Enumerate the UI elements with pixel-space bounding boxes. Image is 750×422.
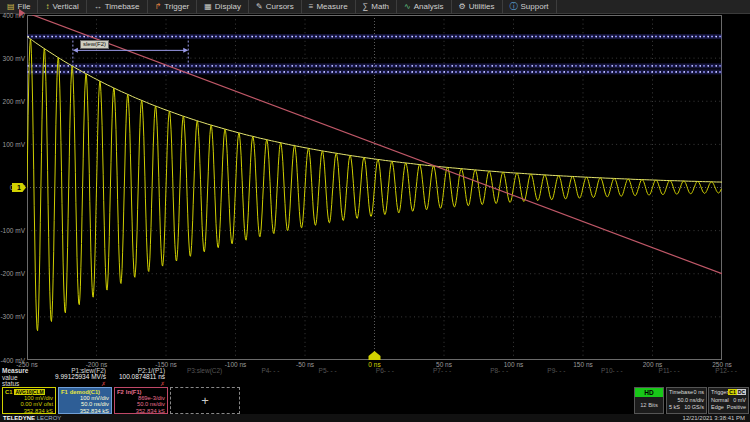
waveform-grid — [27, 15, 722, 360]
menu-item-label: Support — [521, 2, 549, 11]
param-status-icon — [350, 381, 407, 387]
menu-item-label: Display — [215, 2, 241, 11]
menu-item-vertical[interactable]: ↕Vertical — [38, 0, 86, 14]
math-f1-descriptor[interactable]: F1 demod(C1) 100 mV/div 50.0 ns/div 352.… — [58, 387, 112, 414]
measure-param-p9[interactable]: P9- - - — [521, 368, 578, 387]
math-f2-descriptor[interactable]: F2 ln(F1) 869e-3/div 50.0 ns/div 352.834… — [114, 387, 168, 414]
hd-mode-box[interactable]: HD 12 Bits — [634, 387, 664, 414]
trigger-source-badge: C1 — [728, 389, 736, 395]
menu-item-measure[interactable]: ≡Measure — [302, 0, 356, 14]
display-icon: ▦ — [204, 3, 212, 11]
measure-param-p8[interactable]: P8- - - — [464, 368, 521, 387]
param-status-icon: ✗ — [119, 381, 178, 387]
measure-param-p7[interactable]: P7- - - — [407, 368, 464, 387]
menu-item-analysis[interactable]: ∿Analysis — [397, 0, 452, 14]
trigger-descriptor[interactable]: Trigger C1DC Normal 0 mV Edge Positive — [708, 387, 749, 414]
f1-envelope-trace — [27, 37, 722, 183]
param-status-icon — [235, 381, 292, 387]
brand-lecroy: LECROY — [37, 415, 62, 421]
measure-param-p12[interactable]: P12- - - — [693, 368, 750, 387]
menu-item-label: Timebase — [105, 2, 140, 11]
trigger-level: 0 mV — [733, 397, 746, 405]
x-axis-label: -50 ns — [296, 361, 314, 368]
param-status-icon: ✗ — [55, 381, 119, 387]
menu-item-label: Trigger — [164, 2, 189, 11]
y-axis-label: 200 mV — [0, 98, 25, 105]
y-axis-label: 300 mV — [0, 55, 25, 62]
y-axis-label: -300 mV — [0, 313, 25, 320]
param-status-icon — [407, 381, 464, 387]
param-status-icon — [578, 381, 635, 387]
brand-logo: TELEDYNE LECROY — [3, 415, 61, 421]
menu-item-label: Measure — [316, 2, 347, 11]
param-status-icon — [464, 381, 521, 387]
utilities-icon: ⚙ — [459, 3, 466, 11]
menu-item-timebase[interactable]: ↔Timebase — [87, 0, 148, 14]
trigger-mode: Normal — [711, 397, 729, 405]
trigger-coupling-badge: DC — [737, 389, 746, 395]
analysis-icon: ∿ — [404, 3, 411, 11]
trigger-title: Trigger — [711, 389, 728, 397]
param-status-icon — [292, 381, 349, 387]
menu-item-support[interactable]: ⓘSupport — [503, 0, 557, 14]
measure-columns: P1:slew(F2)9.99125934 MV/s✗P2:1/(P1)100.… — [55, 368, 750, 387]
measure-param-p6[interactable]: P6- - - — [350, 368, 407, 387]
slew-annotation-label: slew(F2) — [80, 40, 109, 49]
datetime-display: 12/21/2021 3:38:41 PM — [683, 415, 745, 421]
f2-level-marker[interactable] — [19, 9, 25, 17]
timebase-scale: 50.0 ns/div — [677, 397, 704, 405]
measure-param-p5[interactable]: P5- - - — [292, 368, 349, 387]
channel-c1-descriptor[interactable]: C1 AVG10|CLM 100 mV/div 0.00 mV ofst 352… — [2, 387, 56, 414]
cursors-icon: ✎ — [256, 3, 263, 11]
annotation-arrowhead-right — [183, 48, 188, 53]
menu-item-trigger[interactable]: ↱Trigger — [148, 0, 198, 14]
timebase-descriptor[interactable]: Timebase 0 ns 50.0 ns/div 5 kS 10 GS/s — [666, 387, 707, 414]
file-icon: ▤ — [7, 3, 15, 11]
param-status-icon — [636, 381, 693, 387]
menu-item-utilities[interactable]: ⚙Utilities — [452, 0, 503, 14]
c1-samples: 352.834 kS — [5, 408, 53, 414]
measure-param-p4[interactable]: P4- - - — [235, 368, 292, 387]
measure-param-p1[interactable]: P1:slew(F2)9.99125934 MV/s✗ — [55, 368, 119, 387]
trigger-slope: Positive — [727, 404, 746, 412]
measure-param-p11[interactable]: P11- - - — [636, 368, 693, 387]
trigger-position-marker[interactable] — [369, 351, 381, 360]
oscilloscope-screen: ▤File↕Vertical↔Timebase↱Trigger▦Display✎… — [0, 0, 750, 422]
menu-item-label: Utilities — [469, 2, 495, 11]
y-axis-label: -100 mV — [0, 227, 25, 234]
param-status-icon — [178, 381, 235, 387]
math-icon: ∑ — [363, 3, 369, 11]
hd-bits: 12 Bits — [635, 397, 663, 413]
f1-samples: 352.834 kS — [61, 408, 109, 414]
timebase-offset: 0 ns — [694, 389, 704, 397]
f2-samples: 352.834 kS — [117, 408, 165, 414]
add-trace-button[interactable]: + — [170, 387, 240, 414]
x-axis-label: 150 ns — [573, 361, 593, 368]
footer-bar: TELEDYNE LECROY 12/21/2021 3:38:41 PM — [0, 414, 750, 422]
support-icon: ⓘ — [510, 3, 518, 11]
menu-item-cursors[interactable]: ✎Cursors — [249, 0, 302, 14]
timebase-title: Timebase — [669, 389, 693, 397]
menu-item-display[interactable]: ▦Display — [197, 0, 249, 14]
annotation-arrowhead-left — [73, 48, 78, 53]
timebase-rate: 10 GS/s — [684, 404, 704, 412]
y-axis-label: 100 mV — [0, 141, 25, 148]
measure-param-p2[interactable]: P2:1/(P1)100.0874811 ns✗ — [119, 368, 178, 387]
measure-param-p10[interactable]: P10- - - — [578, 368, 635, 387]
menu-item-label: Math — [371, 2, 389, 11]
menu-item-label: Cursors — [266, 2, 294, 11]
x-axis-label: -100 ns — [225, 361, 247, 368]
menu-item-math[interactable]: ∑Math — [356, 0, 398, 14]
measure-icon: ≡ — [309, 3, 314, 11]
hd-badge: HD — [635, 388, 663, 397]
measure-param-p3[interactable]: P3:slew(C2) — [178, 368, 235, 387]
waveform-plot — [27, 15, 722, 360]
f1-label: F1 — [61, 389, 68, 395]
measure-status-row-label: status — [2, 381, 19, 387]
f2-label: F2 — [117, 389, 124, 395]
menu-item-label: Vertical — [52, 2, 78, 11]
c1-trace — [27, 39, 721, 330]
timebase-icon: ↔ — [94, 3, 102, 11]
timebase-samples: 5 kS — [669, 404, 680, 412]
menu-bar: ▤File↕Vertical↔Timebase↱Trigger▦Display✎… — [0, 0, 750, 14]
